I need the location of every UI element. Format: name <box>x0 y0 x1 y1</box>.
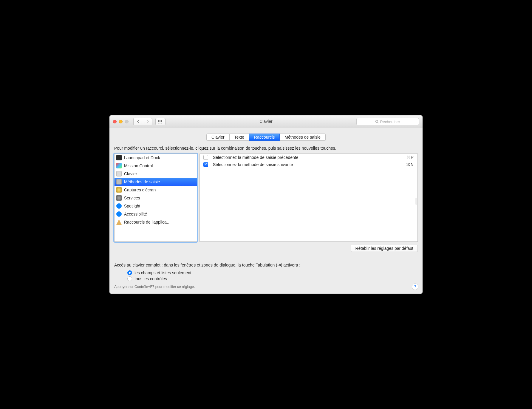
svg-rect-6 <box>158 123 159 123</box>
sidebar-item-label: Raccourcis de l'applica… <box>124 220 171 224</box>
search-icon <box>375 120 379 123</box>
titlebar: Clavier Rechercher <box>109 115 423 128</box>
shortcut-checkbox[interactable]: ✓ <box>203 162 208 167</box>
sidebar-item-0[interactable]: Launchpad et Dock <box>115 154 197 162</box>
svg-line-10 <box>378 123 379 123</box>
shortcut-row-1[interactable]: ✓Sélectionnez la méthode de saisie suiva… <box>200 161 417 168</box>
search-placeholder: Rechercher <box>380 120 400 124</box>
input-icon <box>116 179 122 185</box>
sidebar-item-5[interactable]: Services <box>115 194 197 202</box>
forward-button <box>143 118 152 125</box>
radio-option-1[interactable]: tous les contrôles <box>127 276 418 281</box>
tab-texte[interactable]: Texte <box>230 134 249 141</box>
grid-icon <box>158 120 163 123</box>
shortcut-label: Sélectionnez la méthode de saisie suivan… <box>213 162 293 167</box>
zoom-window-button <box>125 120 129 123</box>
sidebar-item-label: Services <box>124 196 140 200</box>
svg-rect-8 <box>161 123 162 123</box>
mission-icon <box>116 163 122 168</box>
sidebar-item-label: Mission Control <box>124 163 153 168</box>
chevron-right-icon <box>146 120 149 123</box>
shortcut-keys[interactable]: ⌘N <box>406 162 414 167</box>
content: ClavierTexteRaccourcisMéthodes de saisie… <box>109 128 423 293</box>
radio-button[interactable] <box>127 270 132 275</box>
panes: Launchpad et DockMission ControlClavierM… <box>114 154 418 242</box>
app-icon <box>116 219 122 225</box>
keyboard-icon <box>116 171 122 176</box>
full-access-heading: Accès au clavier complet : dans les fenê… <box>114 263 418 267</box>
shortcut-keys[interactable]: ⌘P <box>406 155 414 160</box>
help-button[interactable]: ? <box>412 283 418 290</box>
services-icon <box>116 195 122 201</box>
sidebar-item-1[interactable]: Mission Control <box>115 162 197 170</box>
sidebar-item-label: Spotlight <box>124 204 140 208</box>
sidebar-item-2[interactable]: Clavier <box>115 170 197 178</box>
screenshot-icon <box>116 187 122 193</box>
radio-option-0[interactable]: les champs et listes seulement <box>127 270 418 275</box>
segmented-control: ClavierTexteRaccourcisMéthodes de saisie <box>206 134 326 141</box>
preferences-window: Clavier Rechercher ClavierTexteRaccourci… <box>109 115 423 293</box>
svg-point-9 <box>376 120 378 123</box>
sidebar-item-7[interactable]: iAccessibilité <box>115 210 197 218</box>
access-icon: i <box>116 211 122 217</box>
instructions-text: Pour modifier un raccourci, sélectionnez… <box>114 145 418 151</box>
svg-rect-7 <box>160 123 160 123</box>
scrollbar-thumb[interactable] <box>415 198 417 205</box>
svg-rect-4 <box>160 121 160 122</box>
sidebar-item-label: Clavier <box>124 171 137 176</box>
sidebar-item-4[interactable]: Captures d'écran <box>115 186 197 194</box>
svg-rect-3 <box>158 121 159 122</box>
radio-button[interactable] <box>127 276 132 281</box>
svg-rect-2 <box>161 120 162 121</box>
sidebar-item-label: Launchpad et Dock <box>124 155 160 160</box>
back-button[interactable] <box>133 118 143 125</box>
sidebar-item-label: Méthodes de saisie <box>124 179 160 184</box>
full-access-hint: Appuyer sur Contrôle+F7 pour modifier ce… <box>114 285 418 289</box>
tab-raccourcis[interactable]: Raccourcis <box>249 134 280 141</box>
sidebar-item-8[interactable]: Raccourcis de l'applica… <box>115 218 197 226</box>
restore-defaults-button[interactable]: Rétablir les réglages par défaut <box>351 245 418 252</box>
sidebar-item-label: Accessibilité <box>124 212 147 216</box>
category-sidebar[interactable]: Launchpad et DockMission ControlClavierM… <box>114 154 197 242</box>
svg-rect-5 <box>161 121 162 122</box>
shortcut-row-0[interactable]: Sélectionnez la méthode de saisie précéd… <box>200 154 417 161</box>
tab-m-thodes-de-saisie[interactable]: Méthodes de saisie <box>280 134 326 141</box>
full-keyboard-access: Accès au clavier complet : dans les fenê… <box>114 263 418 289</box>
svg-rect-1 <box>160 120 160 121</box>
close-window-button[interactable] <box>113 120 117 123</box>
spotlight-icon <box>116 203 122 209</box>
search-field[interactable]: Rechercher <box>356 118 419 125</box>
shortcut-checkbox[interactable] <box>203 155 208 160</box>
sidebar-item-6[interactable]: Spotlight <box>115 202 197 210</box>
radio-label: tous les contrôles <box>134 276 167 281</box>
show-all-button[interactable] <box>155 118 166 125</box>
tabs: ClavierTexteRaccourcisMéthodes de saisie <box>114 134 418 141</box>
minimize-window-button[interactable] <box>119 120 123 123</box>
sidebar-item-3[interactable]: Méthodes de saisie <box>115 178 197 186</box>
chevron-left-icon <box>137 120 140 123</box>
launchpad-icon <box>116 155 122 160</box>
shortcut-label: Sélectionnez la méthode de saisie précéd… <box>213 155 298 160</box>
nav-buttons <box>133 118 152 125</box>
shortcut-list[interactable]: Sélectionnez la méthode de saisie précéd… <box>199 154 418 242</box>
svg-rect-0 <box>158 120 159 121</box>
traffic-lights <box>109 120 129 123</box>
radio-label: les champs et listes seulement <box>134 270 191 275</box>
tab-clavier[interactable]: Clavier <box>206 134 230 141</box>
sidebar-item-label: Captures d'écran <box>124 188 156 192</box>
